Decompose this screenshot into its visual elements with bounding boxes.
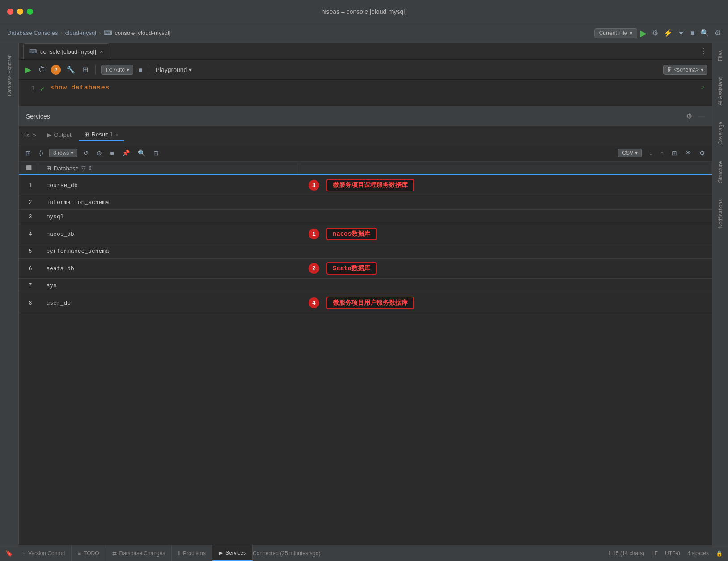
csv-label: CSV xyxy=(622,150,633,156)
maximize-button[interactable] xyxy=(27,8,33,15)
forward-button[interactable]: » xyxy=(33,132,36,138)
search-header-button[interactable]: 🔍 xyxy=(700,29,709,37)
plugin-p-button[interactable]: P xyxy=(51,65,61,75)
rows-dropdown[interactable]: 8 rows ▾ xyxy=(49,149,77,157)
run-config-button[interactable]: ⚡ xyxy=(664,29,673,37)
pin-button[interactable]: 📌 xyxy=(120,148,132,158)
structure-sidebar-label[interactable]: Structure xyxy=(717,157,724,187)
output-tab-label: Output xyxy=(54,132,72,138)
results-toolbar: ⊞ ⟨⟩ 8 rows ▾ ↺ ⊕ ■ 📌 🔍 ⊟ CSV ▾ ↓ ↑ ⊞ xyxy=(19,144,712,162)
settings-button[interactable]: 🔧 xyxy=(64,64,77,75)
database-cell-1[interactable]: information_schema xyxy=(39,196,298,210)
dropdown-button[interactable]: ⏷ xyxy=(678,29,685,37)
database-changes-tab[interactable]: ⇄ Database Changes xyxy=(106,545,172,561)
csv-dropdown[interactable]: CSV ▾ xyxy=(618,149,642,157)
table-row[interactable]: 4nacos_db1nacos数据库 xyxy=(19,224,712,244)
result1-tab[interactable]: ⊞ Result 1 × xyxy=(79,128,124,141)
select-all-checkbox[interactable] xyxy=(26,165,32,170)
col-sort-icon[interactable]: ⇕ xyxy=(88,165,93,171)
database-column-header[interactable]: ⊞ Database ▽ ⇕ xyxy=(39,162,298,175)
minimize-button[interactable] xyxy=(17,8,23,15)
filter-result-button[interactable]: ⊟ xyxy=(151,148,161,158)
stop-button[interactable]: ■ xyxy=(690,29,695,37)
version-control-tab[interactable]: ⑂ Version Control xyxy=(16,545,72,561)
database-cell-3[interactable]: nacos_db xyxy=(39,224,298,244)
import-button[interactable]: ↑ xyxy=(658,148,666,158)
services-status-label: Services xyxy=(225,550,246,556)
services-settings-button[interactable]: ⚙ xyxy=(686,112,692,120)
stop-result-button[interactable]: ■ xyxy=(108,148,116,158)
col-filter-icon[interactable]: ▽ xyxy=(81,165,85,171)
tab-more-button[interactable]: ⋮ xyxy=(700,47,707,55)
sql-code[interactable]: show databases xyxy=(50,84,110,92)
titlebar: hiseas – console [cloud-mysql] xyxy=(0,0,728,23)
services-tab[interactable]: ▶ Services xyxy=(212,545,253,561)
chart-view-button[interactable]: ⟨⟩ xyxy=(37,148,46,158)
services-minimize-button[interactable]: — xyxy=(698,112,705,120)
settings-header-button[interactable]: ⚙ xyxy=(715,29,721,37)
database-cell-5[interactable]: seata_db xyxy=(39,259,298,279)
run-button[interactable]: ▶ xyxy=(640,28,647,38)
table-area[interactable]: ⊞ Database ▽ ⇕ 1course_db3微服务项目课程服务数据库2i… xyxy=(19,162,712,545)
result1-tab-icon: ⊞ xyxy=(84,131,89,138)
editor-area[interactable]: 1 ✓ show databases ✓ xyxy=(19,80,712,106)
table-row[interactable]: 7sys xyxy=(19,279,712,293)
tx-auto-button[interactable]: Tx: Auto ▾ xyxy=(101,65,133,75)
ai-assistant-sidebar-label[interactable]: AI Assistant xyxy=(717,74,724,109)
close-button[interactable] xyxy=(7,8,13,15)
table-view-button[interactable]: ⊞ xyxy=(23,148,33,158)
console-tab-close[interactable]: × xyxy=(100,48,103,55)
row-number-4: 4 xyxy=(19,224,39,244)
result-settings-button[interactable]: ⚙ xyxy=(697,148,707,158)
result1-tab-close[interactable]: × xyxy=(115,132,118,137)
problems-tab[interactable]: ℹ Problems xyxy=(172,545,212,561)
files-sidebar-label[interactable]: Files xyxy=(717,47,724,65)
history-button[interactable]: ⏱ xyxy=(37,65,47,75)
grid-button[interactable]: ⊞ xyxy=(80,64,90,75)
status-bar-icon[interactable]: 🔖 xyxy=(5,550,13,557)
zoom-button[interactable]: ⊕ xyxy=(94,148,104,158)
table-row[interactable]: 2information_schema xyxy=(19,196,712,210)
services-title: Services xyxy=(26,113,50,120)
breadcrumb-sep-1: › xyxy=(60,30,62,36)
database-cell-7[interactable]: user_db xyxy=(39,293,298,313)
row-number-7: 7 xyxy=(19,279,39,293)
schema-button[interactable]: 🗄 <schema> ▾ xyxy=(663,65,707,75)
database-changes-label: Database Changes xyxy=(119,550,165,557)
search-result-button[interactable]: 🔍 xyxy=(135,148,148,158)
database-cell-0[interactable]: course_db xyxy=(39,175,298,196)
breadcrumb-console-icon: ⌨ xyxy=(104,30,112,36)
todo-tab[interactable]: ≡ TODO xyxy=(72,545,106,561)
annotation-label-4: nacos数据库 xyxy=(326,228,377,240)
connected-label: Connected (25 minutes ago) xyxy=(253,550,320,557)
output-tab[interactable]: ▶ Output xyxy=(42,129,77,141)
expand-result-button[interactable]: ⊞ xyxy=(669,148,679,158)
run-query-button[interactable]: ▶ xyxy=(23,64,33,76)
table-row[interactable]: 6seata_db2Seata数据库 xyxy=(19,259,712,279)
refresh-button[interactable]: ↺ xyxy=(81,148,91,158)
breadcrumb-cloud-mysql[interactable]: cloud-mysql xyxy=(65,30,96,36)
connection-status: Connected (25 minutes ago) xyxy=(253,550,320,557)
coverage-sidebar-label[interactable]: Coverage xyxy=(717,118,724,149)
breadcrumb-sep-2: › xyxy=(99,30,101,36)
database-cell-6[interactable]: sys xyxy=(39,279,298,293)
stop-query-button[interactable]: ■ xyxy=(137,65,144,74)
services-header: Services ⚙ — xyxy=(19,106,712,126)
table-row[interactable]: 1course_db3微服务项目课程服务数据库 xyxy=(19,175,712,196)
table-row[interactable]: 8user_db4微服务项目用户服务数据库 xyxy=(19,293,712,313)
breadcrumb-database-consoles[interactable]: Database Consoles xyxy=(7,30,58,36)
debug-button[interactable]: ⚙ xyxy=(652,29,658,37)
database-cell-2[interactable]: mysql xyxy=(39,210,298,224)
console-tab[interactable]: ⌨ console [cloud-mysql] × xyxy=(23,43,109,60)
annotation-cell-2 xyxy=(298,210,712,224)
eye-button[interactable]: 👁 xyxy=(683,148,694,158)
current-file-button[interactable]: Current File ▾ xyxy=(594,28,638,38)
table-row[interactable]: 5performance_schema xyxy=(19,244,712,259)
export-button[interactable]: ↓ xyxy=(647,148,655,158)
result1-tab-label: Result 1 xyxy=(92,131,113,138)
problems-icon: ℹ xyxy=(178,550,180,557)
playground-button[interactable]: Playground ▾ xyxy=(156,66,192,73)
table-row[interactable]: 3mysql xyxy=(19,210,712,224)
database-cell-4[interactable]: performance_schema xyxy=(39,244,298,259)
notifications-sidebar-label[interactable]: Notifications xyxy=(717,196,724,232)
